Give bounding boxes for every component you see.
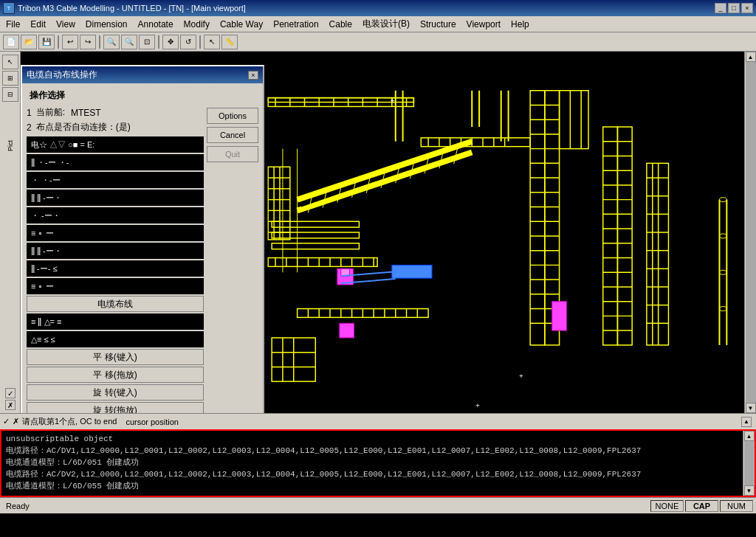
cable-routing-dialog: 电缆自动布线操作 × 操作选择 1 当前船:: [21, 65, 264, 413]
menu-help[interactable]: Help: [506, 18, 534, 31]
toolbar-separator-4: [199, 35, 201, 49]
menu-list-item-3[interactable]: ・ ・-ー: [27, 172, 204, 188]
dialog-info-row-2: 2 布点是否自动连接：(是): [27, 121, 204, 134]
left-panel: ↖ ⊞ ⊟ Pict ✓ ✗: [0, 52, 21, 413]
menu-list-item-7[interactable]: ǁ ǁ -ー・: [27, 243, 204, 259]
console-output: unsubscriptable object 电缆路径：AC/DV1,L12_0…: [1, 431, 755, 496]
menu-dimension[interactable]: Dimension: [81, 18, 132, 31]
menu-list-item-6[interactable]: ≡ ∘ ー: [27, 225, 204, 241]
quit-button[interactable]: Quit: [207, 146, 258, 162]
console-output-area: unsubscriptable object 电缆路径：AC/DV1,L12_0…: [0, 429, 756, 497]
titlebar: T Tribon M3 Cable Modelling - UNTITLED -…: [0, 0, 756, 16]
console-input-row: ✓ ✗ 请点取第1个点, OC to end cursor position ▲: [0, 413, 756, 429]
console-line-1: unsubscriptable object: [6, 433, 750, 445]
toolbar: 📄 📂 💾 ↩ ↪ 🔍 🔍 ⊡ ✥ ↺ ↖ 📏: [0, 32, 756, 52]
console-line-4: 电缆路径：AC/DV2,L12_0000,L12_0001,L12_0002,L…: [6, 468, 750, 480]
dialog-left-column: 1 当前船: MTEST 2 布点是否自动连接：(是) 电☆ △▽ ○■ =: [27, 106, 204, 413]
maximize-button[interactable]: □: [728, 3, 740, 13]
console-line-5: 电缆通道模型：L/6D/055 创建成功: [6, 480, 750, 492]
prompt-check-icon: ✓: [3, 417, 10, 426]
cancel-button[interactable]: Cancel: [207, 127, 258, 143]
dialog-title: 电缆自动布线操作: [27, 69, 97, 81]
menu-list-item-8[interactable]: ǁ -ー- ≤: [27, 260, 204, 277]
dialog-content: 操作选择 1 当前船: MTEST 2: [22, 83, 263, 413]
menu-structure[interactable]: Structure: [416, 18, 461, 31]
prompt-cross-icon: ✗: [13, 417, 19, 426]
toolbar-pan[interactable]: ✥: [162, 35, 179, 49]
svg-text:+: +: [391, 97, 395, 105]
dialog-close-button[interactable]: ×: [248, 71, 258, 80]
dialog-titlebar: 电缆自动布线操作 ×: [22, 66, 263, 83]
toolbar-new[interactable]: 📄: [3, 35, 19, 49]
console-line-3: 电缆通道模型：L/6D/051 创建成功: [6, 457, 750, 468]
pan-drag-button[interactable]: 平 移(拖放): [27, 367, 204, 383]
dialog-row1-value: MTEST: [71, 108, 101, 118]
menu-edit[interactable]: Edit: [26, 18, 50, 31]
menu-electrical[interactable]: 电装设计(B): [358, 16, 414, 32]
menu-list-item-5[interactable]: ・ -ー・: [27, 207, 204, 224]
dialog-row1-index: 1: [27, 108, 32, 118]
toolbar-rotate[interactable]: ↺: [180, 35, 196, 49]
close-button[interactable]: ×: [741, 3, 753, 13]
cable-routing-button[interactable]: 电缆布线: [27, 296, 204, 312]
dialog-section-header: 操作选择: [27, 88, 258, 103]
menu-view[interactable]: View: [52, 18, 80, 31]
status-ready: Ready: [3, 502, 649, 510]
toolbar-measure[interactable]: 📏: [221, 35, 238, 49]
toolbar-select[interactable]: ↖: [204, 35, 220, 49]
scroll-down-button[interactable]: ▼: [746, 403, 756, 413]
menu-file[interactable]: File: [1, 18, 24, 31]
toolbar-separator-2: [99, 35, 100, 49]
toolbar-open[interactable]: 📂: [21, 35, 37, 49]
toolbar-fit[interactable]: ⊡: [139, 35, 155, 49]
toolbar-redo[interactable]: ↪: [80, 35, 96, 49]
menu-list-item-11[interactable]: △≡ ≤ ≤: [27, 331, 204, 347]
menu-list-item-1[interactable]: 电☆ △▽ ○■ = E:: [27, 136, 204, 153]
menu-cableway[interactable]: Cable Way: [216, 18, 267, 31]
rotate-key-button[interactable]: 旋 转(键入): [27, 384, 204, 401]
console-out-scroll-up[interactable]: ▲: [744, 431, 755, 441]
status-none[interactable]: NONE: [650, 500, 684, 512]
console-out-scroll-down[interactable]: ▼: [744, 485, 755, 496]
menu-annotate[interactable]: Annotate: [134, 18, 178, 31]
toolbar-save[interactable]: 💾: [38, 35, 55, 49]
svg-text:+: +: [475, 401, 479, 409]
menu-list-item-9[interactable]: ≡ ∘ ー: [27, 278, 204, 294]
scroll-track[interactable]: [746, 62, 756, 403]
toolbar-undo[interactable]: ↩: [62, 35, 78, 49]
toolbar-zoom-in[interactable]: 🔍: [103, 35, 120, 49]
menu-list-item-10[interactable]: ≡ ǁ △= ≡: [27, 313, 204, 330]
menu-cable[interactable]: Cable: [325, 18, 357, 31]
menubar: File Edit View Dimension Annotate Modify…: [0, 16, 756, 32]
svg-text:+: +: [519, 372, 523, 379]
menu-viewport[interactable]: Viewport: [462, 18, 505, 31]
console-out-scroll-track[interactable]: [744, 441, 755, 485]
toolbar-zoom-out[interactable]: 🔍: [121, 35, 137, 49]
pan-key-button[interactable]: 平 移(键入): [27, 349, 204, 365]
console-prompt-text: 请点取第1个点, OC to end: [22, 416, 117, 427]
tick-cross[interactable]: ✗: [5, 400, 16, 410]
console-cursor-area: cursor position: [120, 417, 738, 427]
status-indicators: NONE CAP NUM: [650, 500, 753, 512]
viewport[interactable]: + + + 电缆自动布线操作 × 操作选择: [21, 52, 744, 413]
minimize-button[interactable]: _: [715, 3, 726, 13]
rotate-drag-button[interactable]: 旋 转(拖放): [27, 402, 204, 413]
tool-zoom[interactable]: ⊟: [2, 87, 18, 102]
dialog-info-area: 1 当前船: MTEST 2 布点是否自动连接：(是) 电☆ △▽ ○■ =: [27, 106, 258, 413]
tool-select[interactable]: ↖: [2, 55, 18, 69]
options-button[interactable]: Options: [207, 108, 258, 124]
status-num[interactable]: NUM: [720, 500, 753, 512]
black-menu-items: 电☆ △▽ ○■ = E: ǁ ・-ー ・- ・ ・-ー ǁ ǁ -ー・ ・ -…: [27, 136, 204, 294]
scroll-up-button[interactable]: ▲: [746, 52, 756, 62]
console-scroll-up[interactable]: ▲: [741, 417, 752, 427]
menu-modify[interactable]: Modify: [179, 18, 214, 31]
toolbar-separator-1: [58, 35, 59, 49]
svg-rect-143: [552, 302, 567, 330]
menu-list-item-2[interactable]: ǁ ・-ー ・-: [27, 154, 204, 170]
tick-check[interactable]: ✓: [5, 388, 16, 398]
picture-label: Pict: [7, 140, 14, 151]
tool-line[interactable]: ⊞: [2, 71, 18, 86]
menu-list-item-4[interactable]: ǁ ǁ -ー・: [27, 190, 204, 206]
menu-penetration[interactable]: Penetration: [269, 18, 323, 31]
status-cap[interactable]: CAP: [685, 500, 718, 512]
